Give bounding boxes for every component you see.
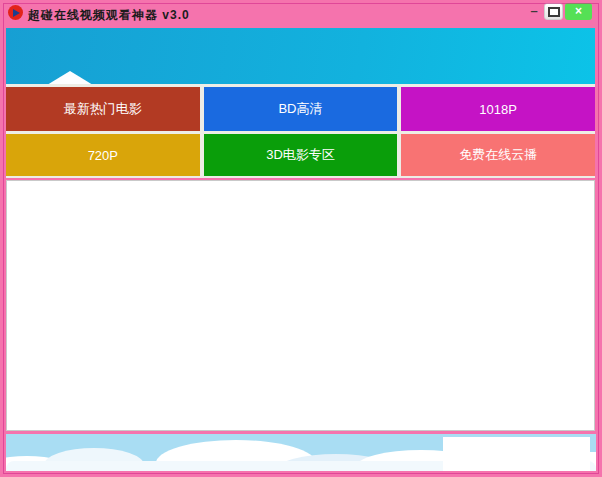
cloud-footer: [6, 434, 596, 471]
play-logo-icon: [8, 5, 23, 20]
nav-button-free-cloud-play[interactable]: 免费在线云播: [401, 134, 595, 176]
nav-button-3d-movie-zone[interactable]: 3D电影专区: [204, 134, 398, 176]
nav-button-720p[interactable]: 720P: [6, 134, 200, 176]
title-bar[interactable]: 超碰在线视频观看神器 v3.0 – ×: [0, 0, 602, 28]
maximize-icon: [548, 7, 560, 17]
app-window: 超碰在线视频观看神器 v3.0 – × 最新热门电影 BD高清 1018P 72…: [0, 0, 602, 477]
window-title: 超碰在线视频观看神器 v3.0: [28, 7, 190, 24]
content-area: [6, 180, 595, 431]
footer-overlay-box: [443, 437, 590, 471]
close-button[interactable]: ×: [565, 3, 592, 20]
nav-button-bd-hd[interactable]: BD高清: [204, 87, 398, 131]
banner-image: [6, 28, 595, 85]
minimize-button[interactable]: –: [526, 2, 542, 20]
mountain-graphic: [47, 71, 93, 85]
nav-button-latest-hot-movies[interactable]: 最新热门电影: [6, 87, 200, 131]
nav-button-1018p[interactable]: 1018P: [401, 87, 595, 131]
category-buttons: 最新热门电影 BD高清 1018P 720P 3D电影专区 免费在线云播: [6, 84, 595, 178]
maximize-button[interactable]: [544, 3, 563, 20]
